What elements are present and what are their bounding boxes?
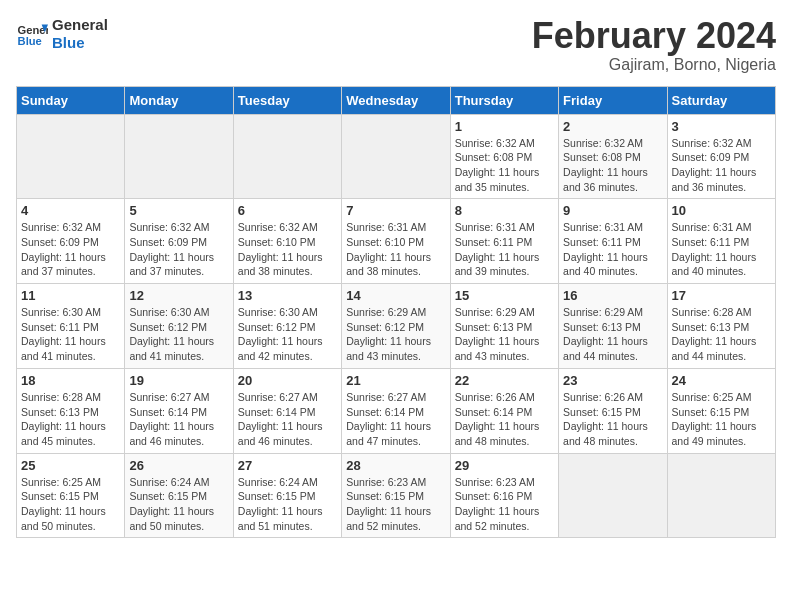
info-line: Sunset: 6:09 PM	[672, 151, 750, 163]
calendar-cell: 16Sunrise: 6:29 AMSunset: 6:13 PMDayligh…	[559, 284, 667, 369]
calendar-cell: 26Sunrise: 6:24 AMSunset: 6:15 PMDayligh…	[125, 453, 233, 538]
info-line: Sunrise: 6:32 AM	[455, 137, 535, 149]
info-line: Sunrise: 6:26 AM	[455, 391, 535, 403]
day-info: Sunrise: 6:23 AMSunset: 6:16 PMDaylight:…	[455, 475, 554, 534]
header-friday: Friday	[559, 86, 667, 114]
day-number: 14	[346, 288, 445, 303]
day-number: 13	[238, 288, 337, 303]
info-line: Sunrise: 6:29 AM	[563, 306, 643, 318]
day-info: Sunrise: 6:32 AMSunset: 6:08 PMDaylight:…	[455, 136, 554, 195]
header-sunday: Sunday	[17, 86, 125, 114]
calendar-cell: 9Sunrise: 6:31 AMSunset: 6:11 PMDaylight…	[559, 199, 667, 284]
info-line: Daylight: 11 hours and 52 minutes.	[455, 505, 540, 532]
info-line: Daylight: 11 hours and 50 minutes.	[21, 505, 106, 532]
calendar-cell: 27Sunrise: 6:24 AMSunset: 6:15 PMDayligh…	[233, 453, 341, 538]
calendar-cell: 11Sunrise: 6:30 AMSunset: 6:11 PMDayligh…	[17, 284, 125, 369]
day-info: Sunrise: 6:27 AMSunset: 6:14 PMDaylight:…	[346, 390, 445, 449]
info-line: Sunrise: 6:24 AM	[129, 476, 209, 488]
day-number: 7	[346, 203, 445, 218]
day-info: Sunrise: 6:32 AMSunset: 6:09 PMDaylight:…	[129, 220, 228, 279]
info-line: Sunrise: 6:27 AM	[238, 391, 318, 403]
info-line: Sunrise: 6:26 AM	[563, 391, 643, 403]
info-line: Daylight: 11 hours and 38 minutes.	[238, 251, 323, 278]
calendar-week-1: 1Sunrise: 6:32 AMSunset: 6:08 PMDaylight…	[17, 114, 776, 199]
day-number: 17	[672, 288, 771, 303]
info-line: Sunset: 6:12 PM	[346, 321, 424, 333]
info-line: Daylight: 11 hours and 40 minutes.	[563, 251, 648, 278]
day-info: Sunrise: 6:27 AMSunset: 6:14 PMDaylight:…	[129, 390, 228, 449]
info-line: Daylight: 11 hours and 48 minutes.	[563, 420, 648, 447]
info-line: Sunset: 6:15 PM	[129, 490, 207, 502]
day-info: Sunrise: 6:28 AMSunset: 6:13 PMDaylight:…	[21, 390, 120, 449]
info-line: Sunset: 6:14 PM	[129, 406, 207, 418]
info-line: Sunrise: 6:25 AM	[672, 391, 752, 403]
day-info: Sunrise: 6:30 AMSunset: 6:12 PMDaylight:…	[238, 305, 337, 364]
calendar-cell: 17Sunrise: 6:28 AMSunset: 6:13 PMDayligh…	[667, 284, 775, 369]
day-info: Sunrise: 6:25 AMSunset: 6:15 PMDaylight:…	[21, 475, 120, 534]
calendar-cell: 22Sunrise: 6:26 AMSunset: 6:14 PMDayligh…	[450, 368, 558, 453]
info-line: Daylight: 11 hours and 50 minutes.	[129, 505, 214, 532]
calendar-week-2: 4Sunrise: 6:32 AMSunset: 6:09 PMDaylight…	[17, 199, 776, 284]
calendar-week-4: 18Sunrise: 6:28 AMSunset: 6:13 PMDayligh…	[17, 368, 776, 453]
info-line: Sunset: 6:14 PM	[238, 406, 316, 418]
info-line: Daylight: 11 hours and 38 minutes.	[346, 251, 431, 278]
info-line: Daylight: 11 hours and 36 minutes.	[672, 166, 757, 193]
info-line: Sunrise: 6:32 AM	[672, 137, 752, 149]
calendar-cell: 12Sunrise: 6:30 AMSunset: 6:12 PMDayligh…	[125, 284, 233, 369]
day-number: 12	[129, 288, 228, 303]
day-info: Sunrise: 6:31 AMSunset: 6:11 PMDaylight:…	[563, 220, 662, 279]
header-thursday: Thursday	[450, 86, 558, 114]
info-line: Sunset: 6:16 PM	[455, 490, 533, 502]
day-number: 22	[455, 373, 554, 388]
day-number: 8	[455, 203, 554, 218]
info-line: Daylight: 11 hours and 45 minutes.	[21, 420, 106, 447]
page-header: General Blue General Blue February 2024 …	[16, 16, 776, 74]
day-info: Sunrise: 6:29 AMSunset: 6:13 PMDaylight:…	[455, 305, 554, 364]
info-line: Daylight: 11 hours and 36 minutes.	[563, 166, 648, 193]
day-number: 29	[455, 458, 554, 473]
day-number: 4	[21, 203, 120, 218]
day-number: 10	[672, 203, 771, 218]
calendar-header: Sunday Monday Tuesday Wednesday Thursday…	[17, 86, 776, 114]
info-line: Sunset: 6:13 PM	[21, 406, 99, 418]
calendar-cell: 2Sunrise: 6:32 AMSunset: 6:08 PMDaylight…	[559, 114, 667, 199]
info-line: Daylight: 11 hours and 49 minutes.	[672, 420, 757, 447]
info-line: Sunset: 6:15 PM	[672, 406, 750, 418]
day-info: Sunrise: 6:25 AMSunset: 6:15 PMDaylight:…	[672, 390, 771, 449]
day-number: 1	[455, 119, 554, 134]
day-number: 28	[346, 458, 445, 473]
day-info: Sunrise: 6:31 AMSunset: 6:10 PMDaylight:…	[346, 220, 445, 279]
logo-line2: Blue	[52, 34, 108, 52]
info-line: Sunset: 6:11 PM	[563, 236, 641, 248]
info-line: Sunrise: 6:31 AM	[346, 221, 426, 233]
info-line: Sunset: 6:15 PM	[346, 490, 424, 502]
info-line: Sunrise: 6:25 AM	[21, 476, 101, 488]
day-info: Sunrise: 6:30 AMSunset: 6:12 PMDaylight:…	[129, 305, 228, 364]
day-number: 3	[672, 119, 771, 134]
day-info: Sunrise: 6:31 AMSunset: 6:11 PMDaylight:…	[455, 220, 554, 279]
logo-line1: General	[52, 16, 108, 34]
calendar-cell: 15Sunrise: 6:29 AMSunset: 6:13 PMDayligh…	[450, 284, 558, 369]
calendar-cell: 13Sunrise: 6:30 AMSunset: 6:12 PMDayligh…	[233, 284, 341, 369]
day-info: Sunrise: 6:26 AMSunset: 6:15 PMDaylight:…	[563, 390, 662, 449]
info-line: Sunrise: 6:31 AM	[563, 221, 643, 233]
info-line: Daylight: 11 hours and 42 minutes.	[238, 335, 323, 362]
calendar-cell: 1Sunrise: 6:32 AMSunset: 6:08 PMDaylight…	[450, 114, 558, 199]
day-info: Sunrise: 6:27 AMSunset: 6:14 PMDaylight:…	[238, 390, 337, 449]
info-line: Daylight: 11 hours and 37 minutes.	[129, 251, 214, 278]
header-row: Sunday Monday Tuesday Wednesday Thursday…	[17, 86, 776, 114]
day-number: 16	[563, 288, 662, 303]
day-info: Sunrise: 6:24 AMSunset: 6:15 PMDaylight:…	[238, 475, 337, 534]
calendar-cell: 29Sunrise: 6:23 AMSunset: 6:16 PMDayligh…	[450, 453, 558, 538]
day-number: 19	[129, 373, 228, 388]
info-line: Daylight: 11 hours and 46 minutes.	[129, 420, 214, 447]
day-info: Sunrise: 6:24 AMSunset: 6:15 PMDaylight:…	[129, 475, 228, 534]
info-line: Daylight: 11 hours and 46 minutes.	[238, 420, 323, 447]
day-number: 23	[563, 373, 662, 388]
day-info: Sunrise: 6:32 AMSunset: 6:08 PMDaylight:…	[563, 136, 662, 195]
info-line: Sunset: 6:08 PM	[563, 151, 641, 163]
info-line: Daylight: 11 hours and 39 minutes.	[455, 251, 540, 278]
info-line: Sunrise: 6:32 AM	[238, 221, 318, 233]
info-line: Sunset: 6:13 PM	[672, 321, 750, 333]
info-line: Daylight: 11 hours and 41 minutes.	[21, 335, 106, 362]
